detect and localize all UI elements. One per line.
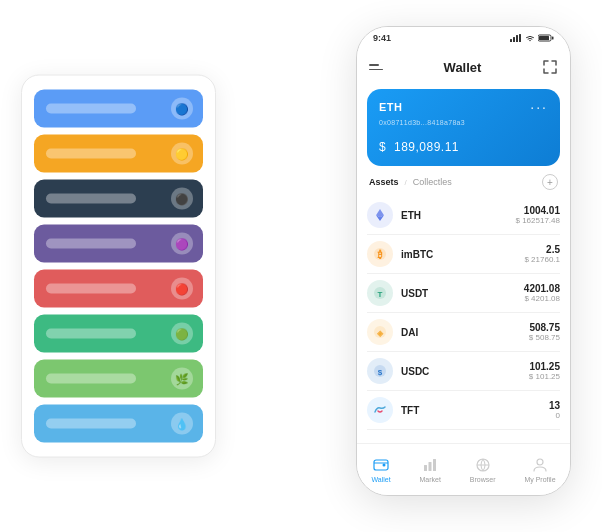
card-item-purple[interactable]: 🟣 bbox=[34, 225, 203, 263]
asset-amount-imbtc: 2.5 $ 21760.1 bbox=[524, 244, 560, 264]
assets-tab-active[interactable]: Assets bbox=[369, 177, 399, 187]
phone-mockup: 9:41 bbox=[356, 26, 571, 496]
status-time: 9:41 bbox=[373, 33, 391, 43]
asset-sub-eth: $ 162517.48 bbox=[516, 216, 561, 225]
nav-item-market[interactable]: Market bbox=[420, 456, 441, 483]
market-nav-icon bbox=[421, 456, 439, 474]
balance-amount: $ 189,089.11 bbox=[379, 134, 548, 156]
asset-main-imbtc: 2.5 bbox=[524, 244, 560, 255]
add-asset-button[interactable]: + bbox=[542, 174, 558, 190]
asset-row-usdt[interactable]: T USDT 4201.08 $ 4201.08 bbox=[367, 274, 560, 313]
svg-rect-15 bbox=[374, 460, 388, 470]
card-item-light-blue[interactable]: 💧 bbox=[34, 405, 203, 443]
card-label bbox=[46, 419, 136, 429]
card-item-red[interactable]: 🔴 bbox=[34, 270, 203, 308]
eth-icon bbox=[367, 202, 393, 228]
asset-sub-dai: $ 508.75 bbox=[529, 333, 560, 342]
card-item-green[interactable]: 🟢 bbox=[34, 315, 203, 353]
card-icon-purple: 🟣 bbox=[171, 233, 193, 255]
asset-name-eth: ETH bbox=[401, 210, 516, 221]
usdt-icon: T bbox=[367, 280, 393, 306]
card-item-dark[interactable]: ⚫ bbox=[34, 180, 203, 218]
expand-icon[interactable] bbox=[542, 59, 558, 75]
currency-symbol: $ bbox=[379, 140, 386, 154]
balance-menu-dots[interactable]: ··· bbox=[530, 99, 548, 115]
svg-rect-6 bbox=[552, 37, 554, 40]
dai-icon: ◈ bbox=[367, 319, 393, 345]
card-label bbox=[46, 194, 136, 204]
menu-line-2 bbox=[369, 69, 383, 71]
asset-main-eth: 1004.01 bbox=[516, 205, 561, 216]
svg-rect-0 bbox=[510, 39, 512, 42]
status-bar: 9:41 bbox=[357, 27, 570, 49]
card-label bbox=[46, 104, 136, 114]
nav-item-wallet[interactable]: Wallet bbox=[371, 456, 390, 483]
card-label bbox=[46, 374, 136, 384]
page-title: Wallet bbox=[444, 60, 482, 75]
svg-rect-5 bbox=[539, 36, 549, 40]
nav-item-profile[interactable]: My Profile bbox=[524, 456, 555, 483]
browser-nav-icon bbox=[474, 456, 492, 474]
asset-amount-usdt: 4201.08 $ 4201.08 bbox=[524, 283, 560, 303]
browser-nav-label: Browser bbox=[470, 476, 496, 483]
menu-line-1 bbox=[369, 64, 379, 66]
asset-row-usdc[interactable]: $ USDC 101.25 $ 101.25 bbox=[367, 352, 560, 391]
asset-name-usdc: USDC bbox=[401, 366, 529, 377]
imbtc-icon: ₿ bbox=[367, 241, 393, 267]
svg-point-21 bbox=[537, 459, 543, 465]
balance-address: 0x08711d3b...8418a78a3 bbox=[379, 119, 548, 126]
balance-card[interactable]: ETH ··· 0x08711d3b...8418a78a3 $ 189,089… bbox=[367, 89, 560, 166]
svg-point-16 bbox=[383, 464, 386, 467]
asset-main-tft: 13 bbox=[549, 400, 560, 411]
asset-row-imbtc[interactable]: ₿ imBTC 2.5 $ 21760.1 bbox=[367, 235, 560, 274]
nav-item-browser[interactable]: Browser bbox=[470, 456, 496, 483]
card-label bbox=[46, 284, 136, 294]
status-icons bbox=[510, 34, 554, 42]
asset-row-tft[interactable]: TFT 13 0 bbox=[367, 391, 560, 430]
card-item-blue[interactable]: 🔵 bbox=[34, 90, 203, 128]
asset-row-eth[interactable]: ETH 1004.01 $ 162517.48 bbox=[367, 196, 560, 235]
asset-sub-usdc: $ 101.25 bbox=[529, 372, 560, 381]
add-icon: + bbox=[547, 177, 553, 188]
assets-tab-divider: / bbox=[405, 178, 407, 187]
hamburger-menu-button[interactable] bbox=[369, 64, 383, 70]
card-icon-light-blue: 💧 bbox=[171, 413, 193, 435]
card-icon-yellow: 🟡 bbox=[171, 143, 193, 165]
usdc-icon: $ bbox=[367, 358, 393, 384]
scene: 🔵 🟡 ⚫ 🟣 🔴 🟢 🌿 💧 bbox=[21, 16, 581, 516]
balance-value: 189,089.11 bbox=[394, 140, 459, 154]
assets-tabs: Assets / Collectles bbox=[369, 177, 452, 187]
assets-tab-collectibles[interactable]: Collectles bbox=[413, 177, 452, 187]
asset-amount-tft: 13 0 bbox=[549, 400, 560, 420]
svg-rect-18 bbox=[429, 462, 432, 471]
phone-header: Wallet bbox=[357, 49, 570, 85]
market-nav-label: Market bbox=[420, 476, 441, 483]
asset-row-dai[interactable]: ◈ DAI 508.75 $ 508.75 bbox=[367, 313, 560, 352]
card-item-light-green[interactable]: 🌿 bbox=[34, 360, 203, 398]
asset-sub-tft: 0 bbox=[549, 411, 560, 420]
assets-header: Assets / Collectles + bbox=[357, 174, 570, 196]
card-icon-red: 🔴 bbox=[171, 278, 193, 300]
svg-rect-17 bbox=[424, 465, 427, 471]
card-label bbox=[46, 239, 136, 249]
balance-coin-label: ETH bbox=[379, 101, 403, 113]
svg-text:T: T bbox=[378, 290, 383, 299]
asset-name-usdt: USDT bbox=[401, 288, 524, 299]
bottom-nav: Wallet Market bbox=[357, 443, 570, 495]
svg-rect-1 bbox=[513, 37, 515, 42]
asset-list: ETH 1004.01 $ 162517.48 ₿ imBTC 2.5 $ bbox=[357, 196, 570, 443]
asset-sub-imbtc: $ 21760.1 bbox=[524, 255, 560, 264]
card-icon-blue: 🔵 bbox=[171, 98, 193, 120]
tft-icon bbox=[367, 397, 393, 423]
card-item-yellow[interactable]: 🟡 bbox=[34, 135, 203, 173]
asset-name-tft: TFT bbox=[401, 405, 549, 416]
signal-icon bbox=[510, 34, 522, 42]
wallet-nav-icon bbox=[372, 456, 390, 474]
asset-main-usdt: 4201.08 bbox=[524, 283, 560, 294]
asset-amount-dai: 508.75 $ 508.75 bbox=[529, 322, 560, 342]
svg-rect-19 bbox=[433, 459, 436, 471]
asset-name-dai: DAI bbox=[401, 327, 529, 338]
card-label bbox=[46, 329, 136, 339]
wallet-nav-label: Wallet bbox=[371, 476, 390, 483]
balance-card-top: ETH ··· bbox=[379, 99, 548, 115]
